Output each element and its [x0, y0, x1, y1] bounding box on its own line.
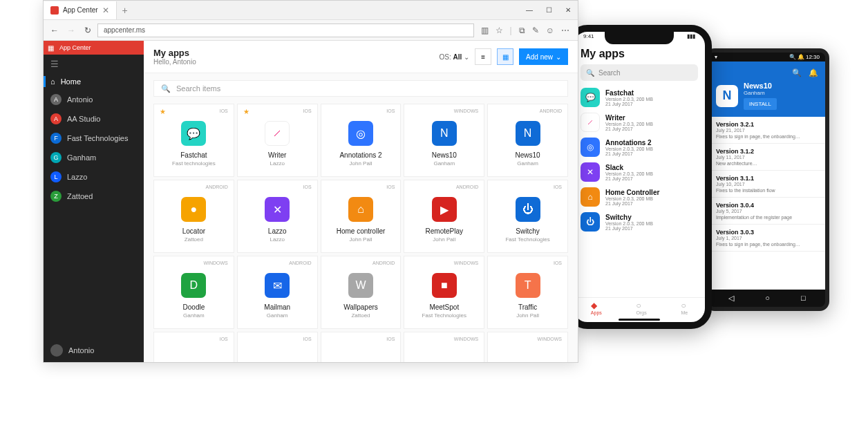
home-icon[interactable]: ○ [765, 294, 770, 303]
browser-tab[interactable]: App Center ✕ [44, 1, 117, 19]
sidebar-footer-user[interactable]: Antonio [44, 339, 144, 362]
app-icon: ⌂ [581, 187, 600, 207]
ios-app-date: 21 July 2017 [605, 102, 698, 106]
reading-view-icon[interactable]: ▥ [481, 26, 489, 35]
notes-icon[interactable]: ✎ [532, 26, 539, 35]
new-tab-button[interactable]: + [117, 5, 133, 16]
app-card[interactable]: ANDROIDWWallpapersZattoed [321, 256, 402, 329]
android-version-item[interactable]: Version 3.1.1July 10, 2017Fixes to the i… [709, 171, 825, 198]
os-badge: WINDOWS [454, 337, 478, 341]
ios-tab[interactable]: ○Orgs [636, 301, 647, 315]
back-icon[interactable]: ◁ [728, 294, 734, 303]
hub-icon[interactable]: ⧉ [519, 26, 525, 35]
os-badge: iOS [386, 185, 395, 189]
ios-app-item[interactable]: ◎Annotations 2Version 2.0.3, 200 MB21 Ju… [581, 135, 698, 160]
android-version-list[interactable]: Version 3.2.1July 21, 2017Fixes to sign … [709, 117, 825, 290]
android-version-item[interactable]: Version 3.0.4July 5, 2017Implementation … [709, 198, 825, 225]
avatar-icon [50, 344, 63, 357]
android-phone: ▾ 🔍 🔔 12:30 🔍 🔔 N News10 Ganham INSTALL … [705, 48, 829, 311]
android-version-item[interactable]: Version 3.0.3July 1, 2017Fixes to sign i… [709, 225, 825, 252]
app-publisher: Ganham [183, 312, 205, 319]
list-view-button[interactable]: ≡ [475, 48, 491, 65]
app-grid: iOS★💬FastchatFast technologiesiOS★⟋Write… [144, 104, 578, 362]
ios-app-item[interactable]: ⌂Home ControllerVersion 2.0.3, 200 MB21 … [581, 185, 698, 209]
bell-icon[interactable]: 🔔 [809, 68, 818, 77]
app-card[interactable]: iOS [321, 332, 402, 362]
menu-toggle-icon[interactable]: ☰ [44, 55, 144, 73]
app-card[interactable]: WINDOWSNNews10Ganham [404, 104, 484, 177]
add-new-button[interactable]: Add new ⌄ [519, 48, 568, 65]
app-card[interactable]: iOS✕LazzoLazzo [237, 180, 318, 253]
ios-app-item[interactable]: ⟋WriterVersion 2.0.3, 200 MB21 July 2017 [581, 110, 698, 135]
sidebar-item[interactable]: GGanham [44, 148, 144, 167]
ios-app-list[interactable]: 💬FastchatVersion 2.0.3, 200 MB21 July 20… [581, 85, 698, 234]
sidebar-user-label: Antonio [68, 346, 94, 355]
app-icon: ■ [432, 273, 457, 298]
chevron-down-icon: ⌄ [556, 53, 561, 61]
forward-button[interactable]: → [64, 26, 78, 35]
search-icon[interactable]: 🔍 [792, 68, 802, 77]
app-card[interactable]: iOS◎Annotations 2John Pall [321, 104, 402, 177]
os-filter[interactable]: OS: All ⌄ [440, 53, 470, 61]
back-button[interactable]: ← [48, 26, 62, 35]
app-card[interactable]: ANDROIDNNews10Ganham [487, 104, 568, 177]
app-card[interactable]: iOSTTrafficJohn Pall [487, 256, 568, 329]
app-icon: ✉ [265, 273, 290, 298]
app-card[interactable]: ANDROID▶RemotePlayJohn Pall [404, 180, 484, 253]
app-name: Traffic [518, 303, 537, 311]
sidebar-item-home[interactable]: ⌂ Home [44, 73, 144, 90]
face-icon[interactable]: ☺ [546, 26, 554, 35]
address-bar[interactable]: appcenter.ms [97, 23, 474, 37]
search-icon: 🔍 [161, 84, 171, 93]
app-card[interactable]: iOS⏻SwitchyFast Technologies [487, 180, 568, 253]
sidebar-item-label: AA Studio [67, 115, 100, 123]
close-window-button[interactable]: ✕ [558, 6, 578, 14]
app-card[interactable]: WINDOWS■MeetSpotFast Technologies [404, 256, 484, 329]
sidebar-item-label: Lazzo [67, 173, 87, 181]
app-card[interactable]: iOS★💬FastchatFast technologies [153, 104, 234, 177]
sidebar-item[interactable]: ZZattoed [44, 187, 144, 206]
android-version-item[interactable]: Version 3.2.1July 21, 2017Fixes to sign … [709, 117, 825, 144]
page-header: My apps Hello, Antonio OS: All ⌄ ≡ ▦ Add… [144, 41, 578, 73]
ios-app-name: Slack [605, 164, 698, 171]
ios-app-name: Fastchat [605, 89, 698, 97]
minimize-button[interactable]: — [520, 6, 539, 14]
tab-strip: App Center ✕ + — ☐ ✕ [44, 1, 578, 20]
maximize-button[interactable]: ☐ [539, 6, 558, 14]
install-button[interactable]: INSTALL [744, 98, 777, 110]
ios-search[interactable]: 🔍 Search [581, 64, 698, 81]
ios-tab[interactable]: ○Me [681, 301, 688, 315]
ios-app-item[interactable]: ✕SlackVersion 2.0.3, 200 MB21 July 2017 [581, 160, 698, 185]
ios-tab[interactable]: ◆Apps [591, 301, 602, 315]
os-badge: WINDOWS [454, 261, 478, 265]
sidebar-item[interactable]: LLazzo [44, 167, 144, 187]
home-icon: ⌂ [50, 77, 55, 86]
app-card[interactable]: ANDROID●LocatorZattoed [153, 180, 234, 253]
android-version-item[interactable]: Version 3.1.2July 11, 2017New architectu… [709, 144, 825, 171]
app-card[interactable]: WINDOWS [487, 332, 568, 362]
ios-app-name: Home Controller [605, 189, 698, 196]
close-tab-icon[interactable]: ✕ [102, 6, 109, 15]
ios-app-item[interactable]: 💬FastchatVersion 2.0.3, 200 MB21 July 20… [581, 85, 698, 110]
app-card[interactable]: ANDROID✉MailmanGanham [237, 256, 318, 329]
app-card[interactable]: iOS⌂Home controllerJohn Pall [321, 180, 402, 253]
sidebar-item[interactable]: AAA Studio [44, 109, 144, 129]
ios-app-item[interactable]: ⏻SwitchyVersion 2.0.3, 200 MB21 July 201… [581, 209, 698, 234]
app-card[interactable]: WINDOWSDDoodleGanham [153, 256, 234, 329]
favorite-icon[interactable]: ☆ [496, 26, 503, 35]
sidebar-item[interactable]: FFast Technologies [44, 129, 144, 148]
recents-icon[interactable]: □ [801, 294, 806, 303]
org-icon: A [50, 113, 62, 124]
grid-view-button[interactable]: ▦ [497, 48, 513, 65]
app-card[interactable]: iOS [237, 332, 318, 362]
sidebar-item[interactable]: AAntonio [44, 90, 144, 109]
search-input[interactable]: 🔍 Search items [153, 80, 568, 97]
app-card[interactable]: iOS [153, 332, 234, 362]
refresh-button[interactable]: ↻ [81, 26, 95, 35]
os-badge: iOS [303, 108, 312, 113]
app-card[interactable]: iOS★⟋WriterLazzo [237, 104, 318, 177]
app-icon: ✕ [581, 162, 600, 182]
more-icon[interactable]: ⋯ [561, 26, 569, 35]
os-badge: ANDROID [540, 108, 562, 113]
app-card[interactable]: WINDOWS [404, 332, 484, 362]
